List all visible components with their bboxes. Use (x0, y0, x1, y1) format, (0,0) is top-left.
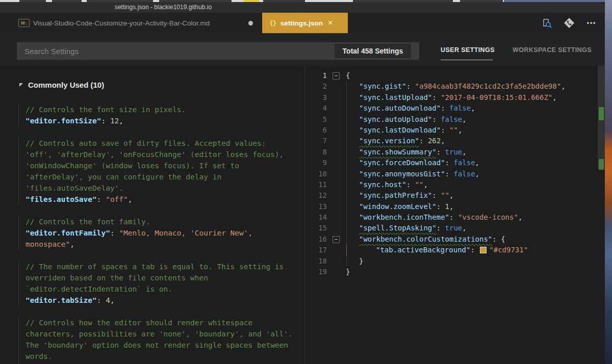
code-token: : (432, 115, 441, 123)
modified-dot-icon[interactable] (248, 21, 253, 25)
code-token: 'afterDelay', you can configure the dela… (26, 173, 221, 181)
code-line[interactable]: "editor.fontSize": 12, (26, 115, 293, 126)
scrollbar[interactable] (598, 66, 605, 364)
fold-marker[interactable]: − (333, 236, 340, 243)
code-token: "sync.anonymousGist" (359, 170, 445, 178)
code-line[interactable]: 3"sync.lastUpload": "2017-04-09T18:15:01… (306, 92, 598, 103)
fold-gutter (333, 105, 339, 111)
code-line[interactable]: 13"window.zoomLevel": 1, (306, 201, 598, 212)
code-token: , (462, 115, 466, 123)
desktop-wallpaper (605, 0, 612, 364)
code-token: , (462, 148, 466, 156)
code-line[interactable]: 17"tab.activeBackground": "#cd9731" (306, 245, 598, 255)
tab-markdown-file[interactable]: M↓ Visual-Studio-Code-Customize-your-Act… (0, 13, 262, 33)
line-number: 3 (306, 92, 330, 103)
code-token: , (110, 296, 115, 304)
code-token: : (437, 224, 445, 232)
close-icon[interactable]: × (328, 19, 333, 27)
code-token: : (445, 159, 454, 167)
editor-divider[interactable] (304, 66, 305, 364)
fold-gutter (333, 269, 339, 275)
code-line[interactable]: `editor.detectIndentation` is on. (26, 283, 293, 295)
editor-actions: ••• (541, 13, 598, 33)
code-line[interactable]: 12"sync.pathPrefix": "", (306, 190, 598, 201)
code-token: "spell.StopAsking" (359, 224, 437, 232)
code-line[interactable]: 14"workbench.iconTheme": "vscode-icons", (306, 212, 598, 223)
code-line[interactable]: words. (26, 351, 293, 362)
code-line[interactable]: overriden based on the file contents whe… (26, 272, 293, 283)
code-line[interactable]: 2"sync.gist": "a984caab3f4829c1cd2c3fa5e… (306, 81, 598, 92)
code-line[interactable]: 15"spell.StopAsking": true, (306, 223, 598, 233)
default-settings-editor[interactable]: Commonly Used (10) // Controls the font … (0, 66, 304, 364)
code-line[interactable]: 'onWindowChange' (window loses focus). I… (26, 160, 293, 171)
code-token: , (449, 202, 453, 211)
user-settings-editor[interactable]: 1−{2"sync.gist": "a984caab3f4829c1cd2c3f… (306, 66, 598, 364)
code-line[interactable]: "editor.fontFamily": "Menlo, Monaco, 'Co… (26, 227, 293, 239)
code-line[interactable]: 5"sync.autoUpload": false, (306, 114, 598, 125)
fold-gutter (333, 214, 339, 220)
code-token: monospace" (26, 240, 70, 248)
code-token: "" (415, 180, 424, 189)
code-token: , (475, 170, 479, 178)
code-token: , (128, 195, 133, 203)
fold-gutter (333, 116, 339, 122)
code-line[interactable]: 7"sync.version": 262, (306, 136, 598, 146)
tab-settings-json[interactable]: {} settings.json × (262, 13, 348, 33)
fold-gutter (333, 94, 339, 100)
fold-gutter (333, 83, 339, 89)
code-token: 12 (110, 117, 119, 125)
code-line[interactable]: // Controls auto save of dirty files. Ac… (26, 138, 293, 149)
line-text: "tab.activeBackground": "#cd9731" (376, 245, 528, 255)
code-line[interactable]: 'off', 'afterDelay', 'onFocusChange' (ed… (26, 149, 293, 160)
code-line[interactable]: 4"sync.autoDownload": false, (306, 103, 598, 114)
code-line[interactable]: characters, possibilities are 'none', 'b… (26, 328, 293, 340)
line-number: 19 (306, 267, 330, 277)
code-token: : (97, 195, 106, 203)
code-token: "sync.pathPrefix" (359, 191, 432, 199)
code-token: true (445, 224, 463, 232)
code-line[interactable]: 16−"workbench.colorCustomizations": { (306, 234, 598, 245)
code-token: , (441, 137, 445, 145)
code-line[interactable]: 11"sync.host": "", (306, 179, 598, 190)
settings-header: Total 458 Settings USER SETTINGS WORKSPA… (0, 33, 605, 66)
code-line[interactable]: // Controls how the editor should render… (26, 317, 293, 328)
code-line[interactable]: 8"sync.showSummary": true, (306, 147, 598, 158)
code-token: 1 (445, 202, 449, 211)
code-line[interactable]: 6"sync.lastDownload": "", (306, 125, 598, 136)
code-line[interactable]: 18} (306, 256, 598, 267)
code-line[interactable]: // Controls the font size in pixels. (26, 104, 293, 115)
code-line[interactable]: // Controls the font family. (26, 216, 293, 227)
code-line[interactable]: "files.autoSave": "off", (26, 194, 293, 205)
code-line[interactable]: 1−{ (306, 70, 598, 81)
code-line[interactable]: "editor.renderWhitespace": "none", (26, 362, 293, 364)
line-number: 7 (306, 136, 330, 146)
code-line[interactable]: 9"sync.forceDownload": false, (306, 158, 598, 168)
code-token: 4 (106, 296, 110, 304)
open-preview-icon[interactable] (541, 17, 553, 29)
code-line[interactable]: 19} (306, 267, 598, 277)
line-number: 10 (306, 169, 330, 179)
code-token: : (470, 246, 479, 254)
more-actions-icon[interactable]: ••• (585, 17, 598, 29)
code-line[interactable]: 10"sync.anonymousGist": false, (306, 169, 598, 179)
tab-user-settings[interactable]: USER SETTINGS (441, 46, 495, 54)
line-text: "sync.autoUpload": false, (359, 114, 467, 125)
fold-gutter (333, 149, 339, 155)
line-number: 8 (306, 147, 330, 158)
code-line[interactable]: The 'boundary' option does not render si… (26, 340, 293, 351)
code-token: } (359, 257, 363, 265)
tab-workspace-settings[interactable]: WORKSPACE SETTINGS (513, 46, 592, 54)
title-bar[interactable]: settings.json - blackie1019.github.io (0, 2, 605, 13)
code-line[interactable]: monospace", (26, 239, 293, 250)
code-line[interactable]: "editor.tabSize": 4, (26, 295, 293, 306)
collapse-arrow-icon[interactable] (19, 83, 23, 87)
code-line[interactable]: 'afterDelay', you can configure the dela… (26, 171, 293, 183)
code-line[interactable]: // The number of spaces a tab is equal t… (26, 261, 293, 272)
fold-gutter (333, 171, 339, 177)
fold-marker[interactable]: − (333, 72, 340, 80)
code-line[interactable]: 'files.autoSaveDelay'. (26, 183, 293, 194)
code-token: } (346, 268, 350, 276)
code-token: overriden based on the file contents whe… (26, 274, 208, 282)
open-changes-icon[interactable] (563, 17, 575, 29)
group-header-commonly-used[interactable]: Commonly Used (10) (19, 81, 104, 89)
